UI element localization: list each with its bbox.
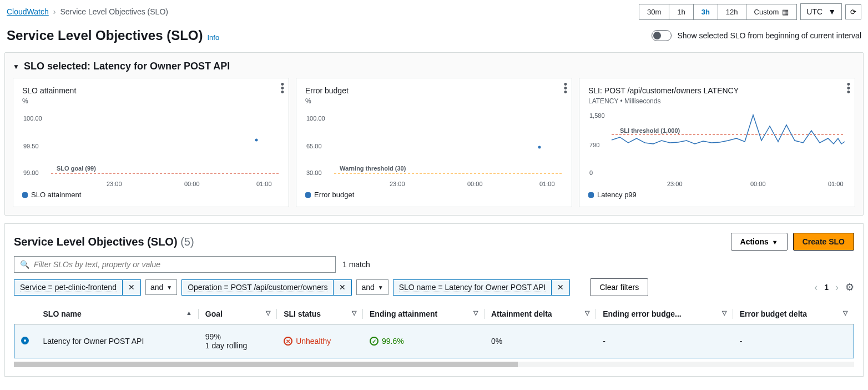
slo-list-panel: Service Level Objectives (SLO) (5) Actio…	[4, 223, 864, 377]
chart-legend: Latency p99	[588, 191, 846, 199]
chart-unit: %	[305, 97, 563, 105]
threshold-label: SLI threshold (1,000)	[620, 127, 680, 134]
filter-chip-service[interactable]: Service = pet-clinic-frontend	[14, 279, 122, 296]
legend-dot-icon	[22, 192, 28, 198]
cell-sli-status: ✕ Unhealthy	[277, 324, 363, 358]
clear-filters-button[interactable]: Clear filters	[590, 278, 648, 296]
chart-menu-button[interactable]: •••	[847, 83, 850, 95]
search-icon: 🔍	[20, 260, 29, 269]
page-next-button[interactable]: ›	[835, 282, 839, 293]
time-range-controls: 30m 1h 3h 12h Custom ▦ UTC ▼ ⟳	[639, 3, 861, 20]
cell-slo-name: Latency for Owner POST API	[37, 324, 199, 358]
sort-icon: ▽	[473, 309, 478, 317]
check-icon: ✓	[370, 337, 379, 346]
filter-chip-operation[interactable]: Operation = POST /api/customer/owners	[181, 279, 333, 296]
search-input[interactable]	[34, 260, 330, 269]
slo-table: SLO name▲ Goal▽ SLI status▽ Ending attai…	[14, 304, 854, 358]
time-range-30m[interactable]: 30m	[639, 4, 669, 20]
cell-attainment-delta: 0%	[485, 324, 596, 358]
refresh-icon: ⟳	[850, 8, 856, 16]
chevron-right-icon: ›	[53, 7, 56, 16]
svg-text:00:00: 00:00	[467, 181, 483, 187]
svg-text:23:00: 23:00	[390, 181, 405, 187]
chart-error-budget: ••• Error budget % 100.00 65.00 30.00 Wa…	[296, 78, 572, 207]
timezone-select[interactable]: UTC ▼	[800, 3, 842, 20]
actions-button[interactable]: Actions▼	[731, 233, 788, 251]
page-prev-button[interactable]: ‹	[814, 282, 817, 293]
col-sli-status[interactable]: SLI status▽	[277, 304, 363, 324]
sort-icon: ▽	[843, 309, 847, 317]
filter-chip-remove[interactable]: ✕	[122, 279, 141, 296]
breadcrumb-root[interactable]: CloudWatch	[7, 7, 49, 16]
time-range-1h[interactable]: 1h	[669, 4, 693, 20]
svg-text:65.00: 65.00	[306, 143, 322, 149]
time-range-custom[interactable]: Custom ▦	[746, 4, 798, 20]
goal-label: SLO goal (99)	[57, 165, 96, 172]
page-number: 1	[824, 283, 829, 292]
sort-icon: ▽	[352, 309, 356, 317]
svg-text:23:00: 23:00	[107, 181, 122, 187]
breadcrumb-current: Service Level Objectives (SLO)	[60, 7, 168, 16]
sort-icon: ▽	[585, 309, 589, 317]
svg-text:100.00: 100.00	[306, 115, 325, 122]
horizontal-scrollbar[interactable]	[14, 362, 854, 367]
gear-icon[interactable]: ⚙	[845, 281, 854, 293]
cell-ending-error-budget: -	[596, 324, 733, 358]
col-ending-attainment[interactable]: Ending attainment▽	[363, 304, 485, 324]
pagination: ‹ 1 › ⚙	[814, 281, 854, 293]
filter-chip-remove[interactable]: ✕	[551, 279, 570, 296]
filter-chip-remove[interactable]: ✕	[333, 279, 352, 296]
cell-goal: 99% 1 day rolling	[199, 324, 277, 358]
col-attainment-delta[interactable]: Attainment delta▽	[485, 304, 596, 324]
show-from-interval-toggle[interactable]	[652, 30, 672, 41]
time-range-3h[interactable]: 3h	[693, 4, 718, 20]
chart-menu-button[interactable]: •••	[281, 83, 284, 95]
time-range-12h[interactable]: 12h	[718, 4, 746, 20]
row-radio[interactable]	[21, 337, 29, 344]
info-link[interactable]: Info	[208, 33, 220, 42]
filter-chip-sloname[interactable]: SLO name = Latency for Owner POST API	[393, 279, 552, 296]
warn-label: Warning threshold (30)	[340, 165, 406, 172]
svg-text:99.50: 99.50	[23, 143, 39, 149]
breadcrumb: CloudWatch › Service Level Objectives (S…	[7, 7, 168, 16]
svg-text:00:00: 00:00	[750, 181, 766, 187]
cell-error-budget-delta: -	[733, 324, 854, 358]
chart-sli-latency: ••• SLI: POST /api/customer/owners LATEN…	[579, 78, 855, 207]
cell-ending-attainment: ✓ 99.6%	[363, 324, 485, 358]
close-icon: ✕	[339, 283, 346, 292]
chevron-down-icon: ▼	[166, 284, 172, 291]
chart-menu-button[interactable]: •••	[564, 83, 567, 95]
svg-text:0: 0	[589, 169, 593, 176]
chart-title: Error budget	[305, 86, 563, 95]
svg-text:790: 790	[589, 142, 599, 148]
toggle-label: Show selected SLO from beginning of curr…	[677, 31, 861, 40]
create-slo-button[interactable]: Create SLO	[793, 233, 854, 251]
sort-icon: ▽	[266, 309, 270, 317]
col-ending-error-budget[interactable]: Ending error budge...▽	[596, 304, 733, 324]
selected-slo-header[interactable]: ▼ SLO selected: Latency for Owner POST A…	[13, 61, 855, 72]
filter-and-operator[interactable]: and▼	[356, 279, 388, 295]
table-row[interactable]: Latency for Owner POST API 99% 1 day rol…	[14, 324, 854, 358]
legend-dot-icon	[588, 192, 594, 198]
col-goal[interactable]: Goal▽	[199, 304, 277, 324]
error-icon: ✕	[284, 337, 292, 346]
svg-text:23:00: 23:00	[667, 181, 683, 187]
col-error-budget-delta[interactable]: Error budget delta▽	[733, 304, 854, 324]
chart-sub: LATENCY • Milliseconds	[588, 97, 846, 105]
list-title: Service Level Objectives (SLO) (5)	[14, 236, 194, 248]
chart-legend: SLO attainment	[22, 191, 280, 199]
close-icon: ✕	[557, 283, 564, 292]
chevron-down-icon: ▼	[828, 7, 836, 16]
match-count: 1 match	[342, 260, 370, 269]
svg-point-4	[255, 139, 258, 142]
refresh-button[interactable]: ⟳	[845, 4, 861, 19]
chart-slo-attainment: ••• SLO attainment % 100.00 99.50 99.00 …	[13, 78, 289, 207]
col-slo-name[interactable]: SLO name▲	[37, 304, 199, 324]
page-title: Service Level Objectives (SLO) Info	[7, 28, 219, 43]
chart-legend: Error budget	[305, 191, 563, 199]
filter-and-operator[interactable]: and▼	[145, 279, 177, 295]
search-input-wrapper[interactable]: 🔍	[14, 256, 336, 273]
chart-unit: %	[22, 97, 280, 105]
close-icon: ✕	[128, 283, 135, 292]
svg-text:1,580: 1,580	[589, 112, 605, 119]
